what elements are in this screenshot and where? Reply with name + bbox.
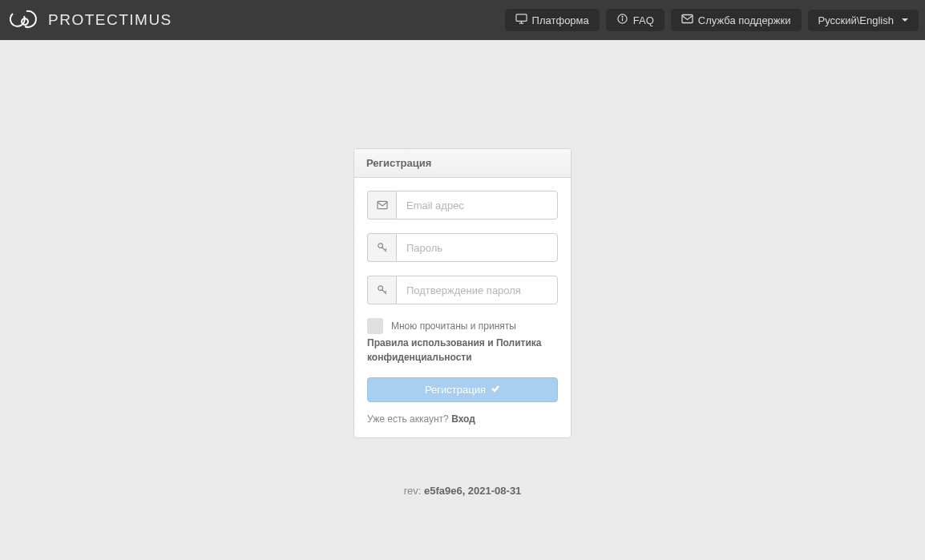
login-link[interactable]: Вход (451, 413, 475, 425)
footer: rev: e5fa9e6, 2021-08-31 (404, 485, 522, 497)
key-icon (367, 233, 396, 262)
envelope-icon (681, 14, 693, 26)
support-button[interactable]: Служба поддержки (671, 9, 802, 31)
register-button[interactable]: Регистрация (367, 377, 558, 402)
confirm-input-group (367, 276, 558, 304)
svg-point-5 (622, 16, 623, 17)
panel-title: Регистрация (354, 149, 571, 178)
password-input-group (367, 233, 558, 262)
language-dropdown[interactable]: Русский\English (808, 10, 919, 31)
email-input-group (367, 191, 558, 220)
brand-logo[interactable]: protectimus (6, 7, 172, 34)
protectimus-logo-icon (6, 7, 43, 34)
terms-link[interactable]: Правила использования и Политика конфиде… (367, 336, 558, 365)
support-label: Служба поддержки (698, 14, 791, 26)
svg-rect-0 (516, 14, 527, 21)
terms-intro-text: Мною прочитаны и приняты (391, 319, 516, 334)
svg-rect-6 (682, 15, 693, 23)
monitor-icon (515, 14, 527, 26)
login-row: Уже есть аккаунт? Вход (367, 413, 558, 425)
platform-label: Платформа (532, 14, 589, 26)
register-button-label: Регистрация (425, 384, 486, 396)
brand-name: protectimus (48, 11, 172, 29)
terms-checkbox[interactable] (367, 318, 383, 334)
main-container: Регистрация (0, 40, 925, 497)
svg-line-13 (385, 291, 386, 292)
faq-button[interactable]: FAQ (606, 9, 664, 31)
nav-right: Платформа FAQ Служба поддержки Русский\E… (505, 9, 919, 31)
confirm-password-field[interactable] (396, 276, 558, 304)
registration-panel: Регистрация (353, 148, 572, 438)
platform-button[interactable]: Платформа (505, 9, 600, 31)
faq-label: FAQ (633, 14, 654, 26)
email-field[interactable] (396, 191, 558, 220)
chevron-down-icon (902, 18, 908, 22)
check-icon (491, 384, 500, 396)
svg-rect-7 (377, 201, 386, 208)
password-field[interactable] (396, 233, 558, 262)
navbar: protectimus Платформа FAQ Служба поддерж… (0, 0, 925, 40)
envelope-icon (367, 191, 396, 220)
key-icon (367, 276, 396, 304)
info-circle-icon (616, 14, 628, 26)
panel-body: Мною прочитаны и приняты Правила использ… (354, 178, 571, 437)
rev-label: rev: (404, 485, 424, 497)
have-account-text: Уже есть аккаунт? (367, 413, 451, 425)
svg-line-10 (385, 248, 386, 250)
rev-value: e5fa9e6, 2021-08-31 (424, 485, 521, 497)
terms-wrap: Мною прочитаны и приняты Правила использ… (367, 318, 558, 365)
language-label: Русский\English (818, 14, 895, 26)
